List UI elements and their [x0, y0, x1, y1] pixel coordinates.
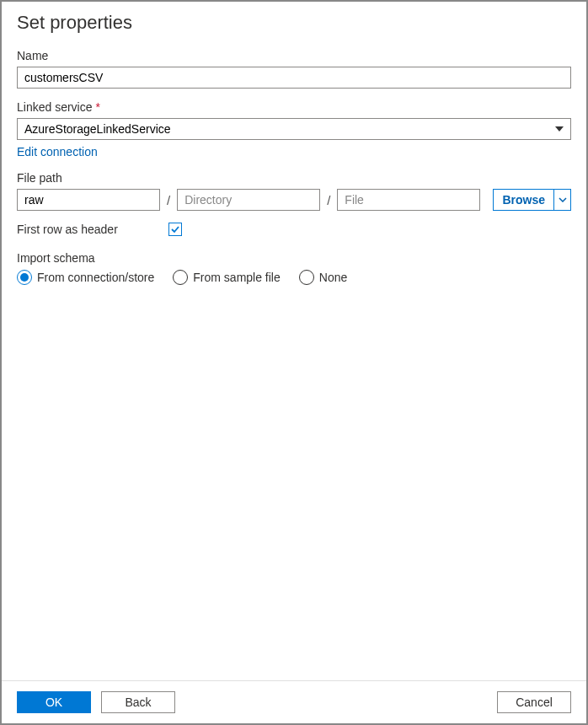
radio-label: From sample file	[193, 271, 280, 284]
import-schema-field: Import schema From connection/store From…	[17, 251, 571, 285]
checkmark-icon	[170, 224, 180, 234]
file-path-label: File path	[17, 171, 571, 185]
name-input[interactable]	[17, 67, 571, 89]
import-schema-label: Import schema	[17, 251, 571, 265]
first-row-header-label: First row as header	[17, 223, 118, 236]
file-input[interactable]	[337, 189, 480, 211]
caret-down-icon	[555, 126, 564, 132]
file-path-field: File path / / Browse	[17, 171, 571, 211]
radio-label: None	[319, 271, 347, 284]
page-title: Set properties	[17, 12, 571, 34]
ok-button[interactable]: OK	[17, 691, 91, 713]
name-field: Name	[17, 49, 571, 89]
container-input[interactable]	[17, 189, 160, 211]
directory-input[interactable]	[177, 189, 320, 211]
path-separator: /	[167, 193, 170, 207]
first-row-header-checkbox[interactable]	[168, 223, 182, 236]
edit-connection-link[interactable]: Edit connection	[17, 145, 98, 158]
radio-from-sample-file[interactable]: From sample file	[173, 270, 280, 285]
browse-button[interactable]: Browse	[493, 189, 554, 211]
import-schema-radio-group: From connection/store From sample file N…	[17, 270, 571, 285]
cancel-button[interactable]: Cancel	[497, 691, 571, 713]
file-path-row: / / Browse	[17, 189, 571, 211]
radio-none[interactable]: None	[299, 270, 347, 285]
linked-service-label: Linked service	[17, 100, 571, 114]
path-separator: /	[327, 193, 330, 207]
back-button[interactable]: Back	[101, 691, 175, 713]
browse-dropdown-button[interactable]	[554, 189, 571, 211]
linked-service-value: AzureStorageLinkedService	[24, 122, 171, 136]
linked-service-select[interactable]: AzureStorageLinkedService	[17, 118, 571, 140]
dialog-content: Set properties Name Linked service Azure…	[2, 2, 586, 680]
radio-icon	[299, 270, 314, 285]
radio-icon	[173, 270, 188, 285]
name-label: Name	[17, 49, 571, 62]
first-row-header-field: First row as header	[17, 223, 571, 236]
radio-icon	[17, 270, 32, 285]
radio-from-connection[interactable]: From connection/store	[17, 270, 154, 285]
linked-service-field: Linked service AzureStorageLinkedService…	[17, 100, 571, 159]
radio-label: From connection/store	[37, 271, 154, 284]
chevron-down-icon	[559, 197, 567, 202]
dialog-footer: OK Back Cancel	[2, 680, 586, 723]
browse-group: Browse	[493, 189, 571, 211]
